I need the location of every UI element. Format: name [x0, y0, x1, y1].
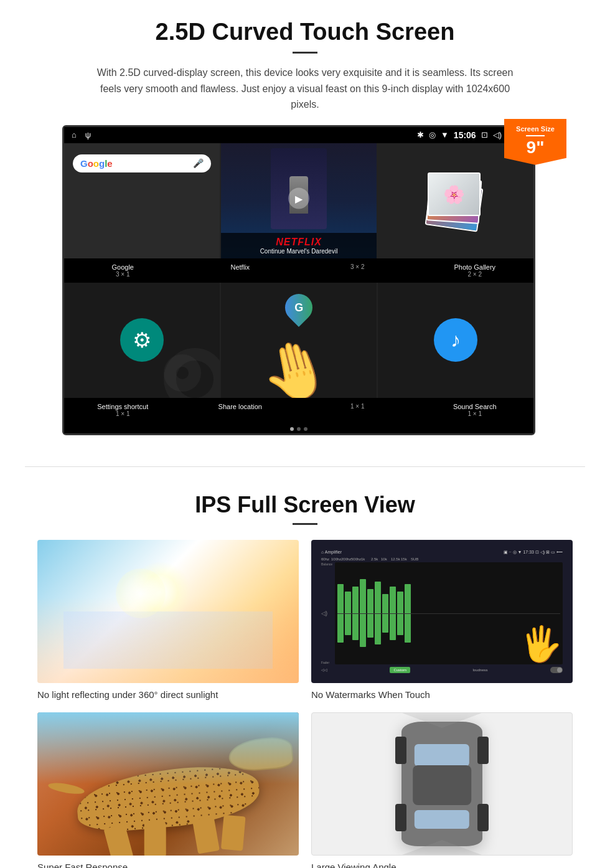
device-wrapper: Screen Size 9" ⌂ ψ ✱ ◎ ▼ 15:06 ⊡ ◁) ⊠: [62, 125, 548, 435]
bluetooth-icon: ✱: [417, 130, 424, 139]
share-location-tile[interactable]: G 🤚: [221, 283, 377, 398]
cheetah-leg-3: [192, 816, 220, 854]
page-dot-2[interactable]: [297, 427, 301, 431]
screen-size-badge: Screen Size 9": [504, 119, 566, 165]
screen-size-value: 9": [527, 138, 545, 157]
settings-tile[interactable]: ⚙: [64, 283, 220, 398]
device-screen: ⌂ ψ ✱ ◎ ▼ 15:06 ⊡ ◁) ⊠ ▭: [62, 125, 535, 435]
amp-nav-arrows: ◁◁: [321, 668, 327, 672]
car-wheel-rl: [395, 804, 406, 831]
page-dot-3[interactable]: [304, 427, 307, 431]
volume-icon[interactable]: ◁): [493, 130, 502, 139]
settings-label: Settings shortcut 1 × 1: [64, 402, 182, 418]
viewing-angle-top: [392, 712, 492, 728]
section-curved-touch: 2.5D Curved Touch Screen With 2.5D curve…: [0, 0, 610, 448]
car-front-windshield: [415, 744, 469, 767]
amp-eq-area: Balance ◁) Fader: [321, 562, 563, 664]
gear-icon: ⚙: [133, 328, 151, 352]
amp-labels-left: Balance ◁) Fader: [321, 562, 334, 664]
settings-icon-circle: ⚙: [120, 318, 164, 362]
amp-loudness-toggle[interactable]: [550, 667, 563, 673]
viewing-angle-bottom: [392, 840, 492, 856]
photo-card-1: 🌸: [428, 172, 481, 216]
amp-freq-labels: 60hz 100hz 200hz 500hz 1k 2.5k 10k 12.5k…: [321, 557, 563, 561]
sound-label: Sound Search 1 × 1: [416, 402, 534, 418]
location-icon: ◎: [429, 130, 436, 139]
cheetah-image: [37, 712, 299, 856]
amp-topbar: ⌂ Amplifier ▣ ·· ◎ ▼ 17:33 ⊡ ◁) ⊠ ▭ ⟵: [321, 550, 563, 555]
pointing-hand: 🤚: [253, 331, 337, 398]
car-wheel-fr: [477, 737, 489, 764]
cheetah-head: [227, 735, 294, 772]
page-dots: [64, 423, 533, 433]
section-divider: [25, 466, 585, 467]
car-top-view-wrapper: [401, 722, 482, 846]
bg-circle-1: [164, 348, 220, 398]
car-roof-area: [413, 765, 471, 805]
google-tile[interactable]: Google 🎤: [64, 143, 220, 258]
amp-time: ▣ ·· ◎ ▼ 17:33 ⊡ ◁) ⊠ ▭ ⟵: [504, 550, 563, 555]
status-time: 15:06: [454, 130, 476, 140]
netflix-overlay: NETFLIX Continue Marvel's Daredevil: [221, 233, 377, 258]
section-ips: IPS Full Screen View No light reflecting…: [0, 486, 610, 868]
camera-icon[interactable]: ⊡: [481, 130, 488, 139]
mic-icon[interactable]: 🎤: [193, 158, 204, 168]
sound-search-tile[interactable]: ♪: [378, 283, 533, 398]
sunlight-image: [37, 540, 299, 683]
netflix-size-label: 3 × 2: [299, 262, 416, 279]
car-item: Large Viewing Angle: [311, 712, 573, 868]
bg-circle-2: [164, 354, 201, 392]
car-wheel-rr: [477, 804, 489, 831]
page-dot-1[interactable]: [290, 427, 294, 431]
sunlight-item: No light reflecting under 360° direct su…: [37, 540, 299, 700]
usb-icon: ψ: [85, 130, 91, 139]
gmaps-icon-wrapper: G: [285, 294, 312, 321]
amp-toggle-knob: [557, 668, 562, 672]
title-underline: [293, 52, 317, 54]
section1-title: 2.5D Curved Touch Screen: [37, 19, 573, 45]
app-labels-row-2: Settings shortcut 1 × 1 Share location 1…: [64, 398, 533, 423]
netflix-label: Netflix: [182, 262, 299, 279]
section2-underline: [293, 523, 317, 525]
sunlight-caption: No light reflecting under 360° direct su…: [37, 689, 299, 700]
photo-gallery-tile[interactable]: 🌸: [378, 143, 533, 258]
app-labels-row-1: Google 3 × 1 Netflix 3 × 2 Photo Gallery…: [64, 258, 533, 283]
gmaps-pin-icon: G: [279, 288, 318, 327]
google-logo: Google: [80, 158, 113, 169]
image-grid: No light reflecting under 360° direct su…: [37, 540, 573, 868]
screen-size-label: Screen Size: [514, 125, 556, 133]
section2-title: IPS Full Screen View: [37, 492, 573, 518]
hand-on-screen: 🖐: [520, 624, 563, 664]
netflix-logo: NETFLIX: [226, 237, 372, 248]
eq-zero-line: [337, 613, 560, 614]
cheetah-leg-2: [144, 823, 166, 856]
netflix-play-button[interactable]: ▶: [288, 188, 309, 209]
car-image: [311, 712, 573, 856]
netflix-subtitle: Continue Marvel's Daredevil: [226, 248, 372, 255]
car-caption: Large Viewing Angle: [311, 862, 573, 868]
google-search-bar[interactable]: Google 🎤: [73, 154, 211, 172]
music-note-icon: ♪: [451, 329, 461, 352]
screen-size-divider: [526, 135, 545, 136]
home-icon[interactable]: ⌂: [72, 130, 77, 139]
flower-icon: 🌸: [443, 184, 465, 205]
amplifier-caption: No Watermarks When Touch: [311, 689, 573, 700]
google-label: Google 3 × 1: [64, 262, 182, 279]
amp-bottom-bar: ◁◁ Custom loudness: [321, 667, 563, 673]
cheetah-item: Super Fast Response: [37, 712, 299, 868]
cheetah-leg-4: [221, 814, 246, 851]
netflix-tile[interactable]: ▶ NETFLIX Continue Marvel's Daredevil: [221, 143, 377, 258]
photo-stack: 🌸: [425, 166, 487, 235]
status-left: ⌂ ψ: [72, 130, 91, 139]
amp-title: ⌂ Amplifier: [321, 550, 342, 555]
amplifier-item: ⌂ Amplifier ▣ ·· ◎ ▼ 17:33 ⊡ ◁) ⊠ ▭ ⟵ 60…: [311, 540, 573, 700]
car-wheel-fl: [395, 737, 406, 764]
share-label: Share location: [182, 402, 299, 418]
app-grid-top: Google 🎤 ▶ NETFLIX Continue Marve: [64, 143, 533, 258]
section1-description: With 2.5D curved-display screen, this de…: [87, 65, 523, 113]
status-bar: ⌂ ψ ✱ ◎ ▼ 15:06 ⊡ ◁) ⊠ ▭: [64, 127, 533, 143]
wifi-icon: ▼: [441, 130, 449, 139]
amplifier-image: ⌂ Amplifier ▣ ·· ◎ ▼ 17:33 ⊡ ◁) ⊠ ▭ ⟵ 60…: [311, 540, 573, 683]
amp-custom-btn: Custom: [390, 667, 410, 673]
cheetah-body: [75, 762, 262, 834]
